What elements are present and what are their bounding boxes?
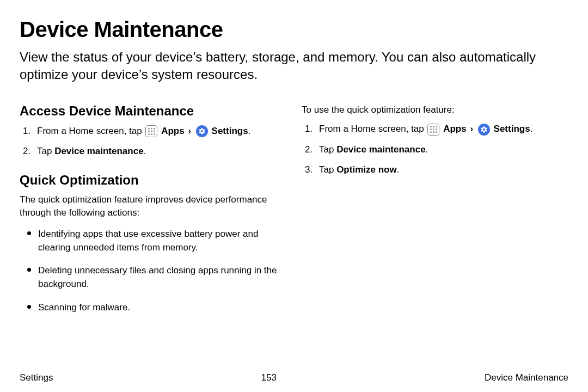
apps-icon <box>427 124 439 136</box>
page-footer: Settings 153 Device Maintenance <box>20 372 568 383</box>
period: . <box>144 146 146 156</box>
page-title: Device Maintenance <box>20 17 568 42</box>
list-item: Deleting unnecessary files and closing a… <box>20 264 286 291</box>
list-item: Scanning for malware. <box>20 301 286 315</box>
settings-icon <box>478 124 490 136</box>
period: . <box>397 164 400 175</box>
heading-quick-optimization: Quick Optimization <box>20 173 286 188</box>
quick-intro: The quick optimization feature improves … <box>20 193 286 220</box>
list-item: Identifying apps that use excessive batt… <box>20 228 286 254</box>
apps-label: Apps <box>161 126 185 136</box>
step-bold: Device maintenance <box>54 146 143 156</box>
two-column-layout: Access Device Maintenance From a Home sc… <box>20 103 568 324</box>
step-text: Tap <box>319 144 336 155</box>
intro-paragraph: View the status of your device’s battery… <box>20 48 564 84</box>
settings-icon <box>196 125 208 137</box>
period: . <box>248 126 251 136</box>
quick-step-3: Tap Optimize now. <box>302 163 568 177</box>
period: . <box>530 124 533 134</box>
settings-label: Settings <box>494 124 530 134</box>
right-lead: To use the quick optimization feature: <box>302 103 568 117</box>
step-text: Tap <box>37 146 54 156</box>
right-column: To use the quick optimization feature: F… <box>302 103 568 324</box>
quick-bullets: Identifying apps that use excessive batt… <box>20 228 286 314</box>
left-column: Access Device Maintenance From a Home sc… <box>20 103 286 324</box>
manual-page: Device Maintenance View the status of yo… <box>0 0 588 392</box>
access-step-1: From a Home screen, tap Apps › Settings. <box>20 124 286 138</box>
footer-left: Settings <box>20 372 53 383</box>
footer-page-number: 153 <box>261 372 277 383</box>
step-text: Tap <box>319 164 336 175</box>
quick-steps: From a Home screen, tap Apps › Settings.… <box>302 122 568 177</box>
chevron-right-icon: › <box>187 126 192 136</box>
access-steps: From a Home screen, tap Apps › Settings.… <box>20 124 286 158</box>
step-bold: Device maintenance <box>336 144 425 155</box>
heading-access: Access Device Maintenance <box>20 103 286 119</box>
step-text: From a Home screen, tap <box>319 124 426 134</box>
period: . <box>426 144 428 155</box>
quick-step-2: Tap Device maintenance. <box>302 143 568 157</box>
step-bold: Optimize now <box>336 164 397 175</box>
access-step-2: Tap Device maintenance. <box>20 144 286 158</box>
apps-icon <box>145 125 157 137</box>
chevron-right-icon: › <box>469 124 474 134</box>
footer-right: Device Maintenance <box>485 372 568 383</box>
step-text: From a Home screen, tap <box>37 126 144 136</box>
settings-label: Settings <box>212 126 248 136</box>
apps-label: Apps <box>443 124 467 134</box>
quick-step-1: From a Home screen, tap Apps › Settings. <box>302 122 568 136</box>
